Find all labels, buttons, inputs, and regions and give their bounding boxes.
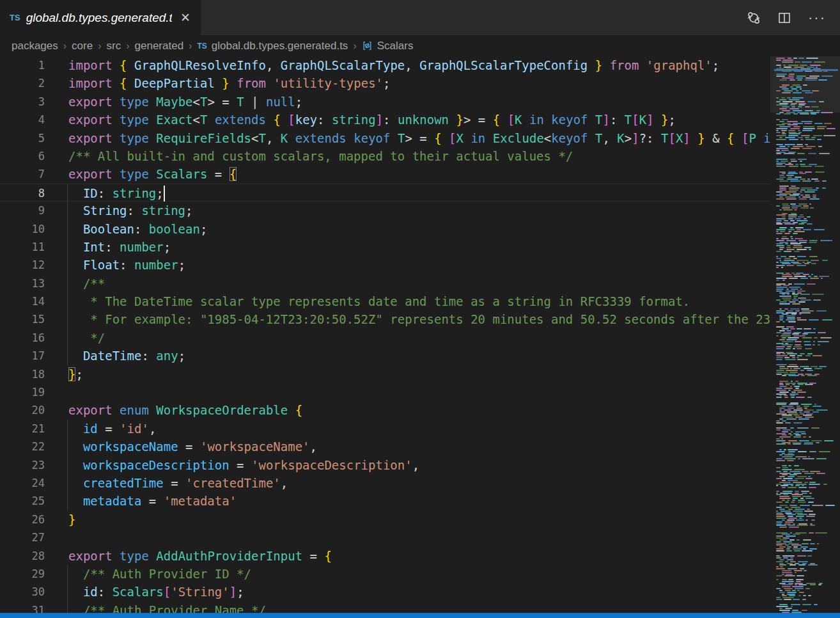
line-number[interactable]: 28 xyxy=(0,547,45,565)
minimap-line xyxy=(776,332,837,333)
breadcrumb-item-global-db-types-generated-ts[interactable]: TSglobal.db.types.generated.ts xyxy=(197,40,348,52)
line-number[interactable]: 8 xyxy=(0,184,45,201)
line-number[interactable]: 20 xyxy=(0,401,45,419)
minimap-line xyxy=(776,103,837,104)
open-changes-icon[interactable] xyxy=(747,11,761,25)
code-line-9[interactable]: 9 String: string; xyxy=(0,202,770,219)
line-number[interactable]: 21 xyxy=(0,420,45,438)
code-line-24[interactable]: 24 createdTime = 'createdTime', xyxy=(0,474,770,492)
line-number[interactable]: 31 xyxy=(0,601,45,613)
line-number[interactable]: 30 xyxy=(0,583,45,601)
minimap-line xyxy=(776,594,837,595)
minimap-line xyxy=(776,581,837,582)
minimap-line xyxy=(776,608,837,609)
line-number[interactable]: 25 xyxy=(0,492,45,510)
line-number[interactable]: 15 xyxy=(0,310,45,328)
minimap-line xyxy=(776,256,837,257)
code-line-20[interactable]: 20export enum WorkspaceOrderable { xyxy=(0,401,770,419)
code-line-11[interactable]: 11 Int: number; xyxy=(0,238,770,256)
tab-global-db-types-generated-ts[interactable]: TS global.db.types.generated.ts ✕ xyxy=(0,0,201,35)
code-line-29[interactable]: 29 /** Auth Provider ID */ xyxy=(0,565,770,583)
minimap-line xyxy=(776,433,837,434)
code-line-19[interactable]: 19 xyxy=(0,383,770,401)
line-number[interactable]: 23 xyxy=(0,456,45,474)
breadcrumb-item-core[interactable]: core xyxy=(72,40,93,52)
code-line-23[interactable]: 23 workspaceDescription = 'workspaceDesc… xyxy=(0,456,770,474)
code-text: } xyxy=(68,511,75,528)
code-line-13[interactable]: 13 /** xyxy=(0,274,770,292)
breadcrumb-label: Scalars xyxy=(377,40,414,52)
code-line-7[interactable]: 7export type Scalars = { xyxy=(0,165,770,183)
code-line-17[interactable]: 17 DateTime: any; xyxy=(0,347,770,365)
line-number[interactable]: 14 xyxy=(0,292,45,310)
code-line-15[interactable]: 15 * For example: "1985-04-12T23:20:50.5… xyxy=(0,310,770,328)
code-line-28[interactable]: 28export type AddAuthProviderInput = { xyxy=(0,547,770,565)
minimap-line xyxy=(776,409,837,411)
line-number[interactable]: 17 xyxy=(0,347,45,365)
line-number[interactable]: 24 xyxy=(0,474,45,492)
line-number[interactable]: 7 xyxy=(0,165,45,183)
code-line-12[interactable]: 12 Float: number; xyxy=(0,256,770,274)
minimap-line xyxy=(776,366,837,367)
minimap-line xyxy=(776,99,837,100)
code-line-6[interactable]: 6/** All built-in and custom scalars, ma… xyxy=(0,147,770,165)
indent-guide xyxy=(67,220,68,238)
code-line-16[interactable]: 16 */ xyxy=(0,329,770,347)
code-line-31[interactable]: 31 /** Auth Provider Name */ xyxy=(0,601,770,613)
code-line-5[interactable]: 5export type RequireFields<T, K extends … xyxy=(0,129,770,147)
line-number[interactable]: 11 xyxy=(0,238,45,256)
breadcrumb-item-packages[interactable]: packages xyxy=(12,40,58,52)
code-line-1[interactable]: 1import { GraphQLResolveInfo, GraphQLSca… xyxy=(0,56,770,74)
line-number[interactable]: 3 xyxy=(0,93,45,111)
code-line-3[interactable]: 3export type Maybe<T> = T | null; xyxy=(0,93,770,111)
minimap-line xyxy=(776,321,837,322)
minimap-line xyxy=(776,171,837,173)
code-line-30[interactable]: 30 id: Scalars['String']; xyxy=(0,583,770,601)
line-number[interactable]: 1 xyxy=(0,56,45,74)
code-line-4[interactable]: 4export type Exact<T extends { [key: str… xyxy=(0,111,770,129)
line-number[interactable]: 26 xyxy=(0,511,45,528)
minimap-line xyxy=(776,372,837,373)
code-line-18[interactable]: 18}; xyxy=(0,365,770,383)
breadcrumb-item-scalars[interactable]: Scalars xyxy=(362,40,414,52)
breadcrumb-item-generated[interactable]: generated xyxy=(135,40,184,52)
code-text: * For example: "1985-04-12T23:20:50.52Z"… xyxy=(68,310,770,328)
close-icon[interactable]: ✕ xyxy=(178,10,193,25)
breadcrumb-item-src[interactable]: src xyxy=(107,40,121,52)
code-line-26[interactable]: 26} xyxy=(0,511,770,528)
minimap-line xyxy=(776,267,837,268)
code-line-10[interactable]: 10 Boolean: boolean; xyxy=(0,220,770,238)
code-line-27[interactable]: 27 xyxy=(0,528,770,546)
line-number[interactable]: 29 xyxy=(0,565,45,583)
code-line-21[interactable]: 21 id = 'id', xyxy=(0,420,770,438)
minimap-line xyxy=(776,535,837,537)
minimap-line xyxy=(776,563,837,564)
line-number[interactable]: 16 xyxy=(0,329,45,347)
code-line-14[interactable]: 14 * The DateTime scalar type represents… xyxy=(0,292,770,310)
line-number[interactable]: 5 xyxy=(0,129,45,147)
minimap-line xyxy=(776,214,837,216)
line-number[interactable]: 19 xyxy=(0,383,45,401)
minimap-line xyxy=(776,104,837,106)
line-number[interactable]: 9 xyxy=(0,202,45,219)
code-line-2[interactable]: 2import { DeepPartial } from 'utility-ty… xyxy=(0,74,770,92)
line-number[interactable]: 27 xyxy=(0,528,45,546)
line-number[interactable]: 22 xyxy=(0,438,45,456)
code-line-8[interactable]: 8 ID: string; xyxy=(0,184,770,202)
split-editor-icon[interactable] xyxy=(777,11,791,25)
code-line-22[interactable]: 22 workspaceName = 'workspaceName', xyxy=(0,438,770,456)
minimap[interactable] xyxy=(770,56,840,613)
line-number[interactable]: 4 xyxy=(0,111,45,129)
line-number[interactable]: 2 xyxy=(0,74,45,92)
line-number[interactable]: 13 xyxy=(0,274,45,292)
minimap-line xyxy=(776,263,837,264)
line-number[interactable]: 6 xyxy=(0,147,45,165)
line-number[interactable]: 18 xyxy=(0,365,45,383)
line-number[interactable]: 10 xyxy=(0,220,45,238)
more-actions-icon[interactable]: ··· xyxy=(808,11,826,25)
line-number[interactable]: 12 xyxy=(0,256,45,274)
code-line-25[interactable]: 25 metadata = 'metadata' xyxy=(0,492,770,510)
breadcrumb-separator-icon: › xyxy=(353,40,356,52)
code-area[interactable]: 1import { GraphQLResolveInfo, GraphQLSca… xyxy=(0,56,770,613)
minimap-line xyxy=(776,273,837,274)
